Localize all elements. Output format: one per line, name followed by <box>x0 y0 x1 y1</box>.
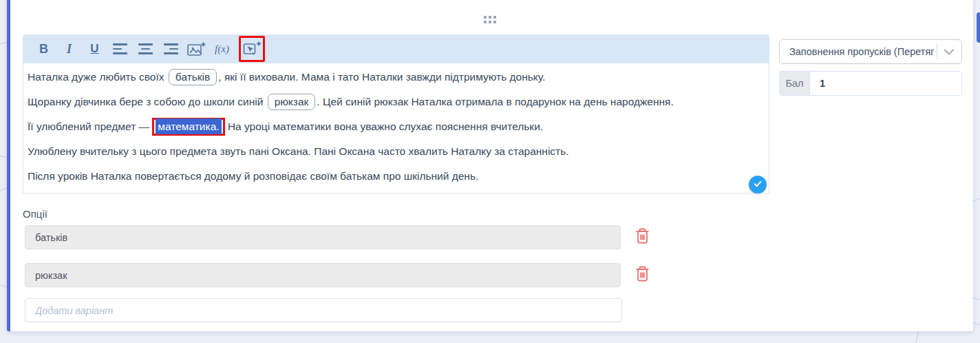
confirm-button[interactable] <box>749 176 767 194</box>
align-left-icon <box>113 43 127 54</box>
bold-button[interactable]: B <box>31 37 56 61</box>
paragraph-text: Щоранку дівчинка бере з собою до школи с… <box>28 96 266 107</box>
editor-paragraph: Улюблену вчительку з цього предмета звут… <box>28 139 763 164</box>
paragraph-text: На уроці математики вона уважно слухає п… <box>225 121 544 132</box>
editor-toolbar: BIUf(x) <box>23 34 769 63</box>
paragraph-text: . Цей синій рюкзак Наталка отримала в по… <box>317 96 673 107</box>
selected-text[interactable]: математика. <box>156 118 221 134</box>
delete-option-button[interactable] <box>632 227 652 247</box>
insert-gap-button[interactable] <box>239 36 265 62</box>
underline-button[interactable]: U <box>82 37 107 61</box>
check-icon <box>753 179 763 191</box>
add-option-input[interactable] <box>25 298 622 322</box>
formula-icon: f(x) <box>215 43 229 55</box>
italic-button[interactable]: I <box>56 37 82 61</box>
align-right-icon <box>164 43 178 54</box>
delete-option-button[interactable] <box>632 265 652 284</box>
options-title: Опції <box>23 208 47 220</box>
paragraph-text: Улюблену вчительку з цього предмета звут… <box>28 145 569 157</box>
align-right-button[interactable] <box>158 37 184 61</box>
chevron-down-icon <box>944 45 955 58</box>
paragraph-text: Наталка дуже любить своїх <box>28 71 167 83</box>
option-input[interactable] <box>25 225 621 249</box>
underline-icon: U <box>90 42 98 56</box>
drag-handle-icon[interactable] <box>484 16 496 23</box>
bold-icon: B <box>39 42 48 56</box>
align-center-icon <box>138 43 153 54</box>
score-label: Бал <box>780 72 810 95</box>
divider <box>937 44 937 59</box>
edge-button[interactable] <box>977 12 980 43</box>
image-plus-icon <box>187 41 206 57</box>
paragraph-text: Її улюблений предмет — <box>28 121 152 132</box>
paragraph-text: , які її виховали. Мама і тато Наталки з… <box>218 71 545 83</box>
italic-icon: I <box>67 42 72 56</box>
gap-token[interactable]: батьків <box>169 69 217 85</box>
editor-paragraph: Після уроків Наталка повертається додому… <box>28 164 763 189</box>
gap-plus-icon <box>243 41 262 57</box>
align-left-button[interactable] <box>107 37 133 61</box>
trash-icon <box>635 227 650 247</box>
page: BIUf(x) Наталка дуже любить своїх батькі… <box>0 0 980 343</box>
editor-paragraph: Щоранку дівчинка бере з собою до школи с… <box>28 90 763 114</box>
rich-text-editor: BIUf(x) Наталка дуже любить своїх батькі… <box>23 34 769 194</box>
score-input[interactable] <box>810 72 961 95</box>
editor-paragraph: Її улюблений предмет — математика. На ур… <box>28 114 763 139</box>
align-center-button[interactable] <box>133 37 158 61</box>
question-type-value: Заповнення пропусків (Перетяг... <box>789 46 934 57</box>
editor-paragraph: Наталка дуже любить своїх батьків, які ї… <box>28 65 763 90</box>
editor-text-area[interactable]: Наталка дуже любить своїх батьків, які ї… <box>23 63 769 194</box>
option-input[interactable] <box>25 263 621 287</box>
score-field: Бал <box>779 71 962 96</box>
formula-button[interactable]: f(x) <box>209 37 235 61</box>
question-type-dropdown[interactable]: Заповнення пропусків (Перетяг... <box>779 39 962 64</box>
paragraph-text: Після уроків Наталка повертається додому… <box>28 170 478 182</box>
annotation-box: математика. <box>152 118 224 136</box>
gap-token[interactable]: рюкзак <box>268 94 316 110</box>
insert-image-button[interactable] <box>184 37 209 61</box>
trash-icon <box>635 265 650 284</box>
